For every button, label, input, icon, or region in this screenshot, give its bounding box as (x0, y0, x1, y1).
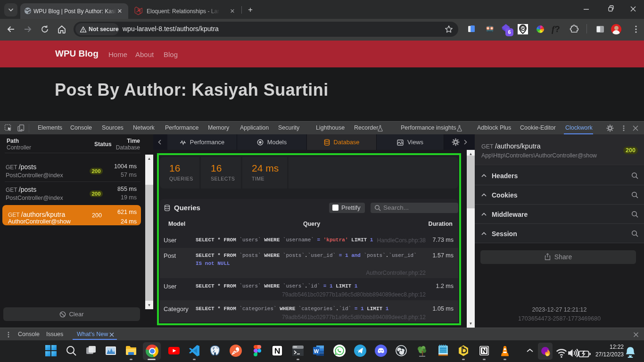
svg-text:IP: IP (521, 27, 525, 30)
svg-text:W: W (314, 348, 319, 354)
